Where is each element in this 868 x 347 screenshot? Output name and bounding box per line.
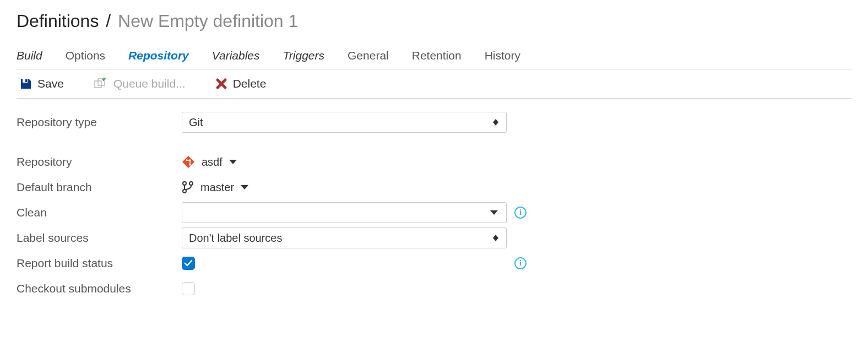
report-build-status-label: Report build status xyxy=(17,257,182,270)
repository-form: Repository type Git Repository xyxy=(17,99,851,301)
tab-triggers[interactable]: Triggers xyxy=(283,49,324,62)
tab-repository[interactable]: Repository xyxy=(128,49,189,62)
svg-point-14 xyxy=(183,189,186,193)
delete-icon xyxy=(215,78,227,90)
tab-variables[interactable]: Variables xyxy=(212,49,260,62)
svg-point-13 xyxy=(189,182,193,185)
repository-type-select[interactable]: Git xyxy=(182,112,507,133)
check-icon xyxy=(184,259,193,267)
save-button[interactable]: Save xyxy=(20,77,64,90)
save-button-label: Save xyxy=(37,77,64,90)
label-sources-value: Don't label sources xyxy=(189,232,492,245)
report-build-status-checkbox[interactable] xyxy=(182,257,195,270)
repository-picker[interactable]: asdf xyxy=(182,155,237,169)
caret-down-icon xyxy=(489,210,500,215)
tab-general[interactable]: General xyxy=(348,49,389,62)
delete-button[interactable]: Delete xyxy=(215,77,267,90)
updown-icon xyxy=(492,119,500,126)
default-branch-label: Default branch xyxy=(17,181,182,194)
clean-label: Clean xyxy=(17,206,182,219)
svg-rect-1 xyxy=(25,79,27,82)
updown-icon xyxy=(492,235,500,241)
tab-build[interactable]: Build xyxy=(17,49,42,62)
toolbar: Save Queue build... Delete xyxy=(17,69,851,99)
checkout-submodules-checkbox[interactable] xyxy=(182,282,195,295)
breadcrumb-separator: / xyxy=(104,11,113,31)
caret-down-icon xyxy=(241,185,248,189)
tabs: Build Options Repository Variables Trigg… xyxy=(17,49,851,69)
default-branch-value: master xyxy=(200,181,234,194)
repository-label: Repository xyxy=(17,155,182,169)
queue-build-button-label: Queue build... xyxy=(113,77,186,90)
delete-button-label: Delete xyxy=(233,77,267,90)
tab-history[interactable]: History xyxy=(485,49,520,62)
queue-icon xyxy=(94,78,108,90)
breadcrumb: Definitions / New Empty definition 1 xyxy=(17,11,851,31)
default-branch-picker[interactable]: master xyxy=(182,181,248,194)
tab-options[interactable]: Options xyxy=(66,49,105,62)
repository-value: asdf xyxy=(202,156,223,169)
branch-icon xyxy=(182,181,194,194)
queue-build-button: Queue build... xyxy=(94,77,186,90)
label-sources-select[interactable]: Don't label sources xyxy=(182,227,507,248)
repository-type-value: Git xyxy=(189,116,492,129)
repository-type-label: Repository type xyxy=(17,116,182,129)
breadcrumb-current: New Empty definition 1 xyxy=(118,11,298,31)
info-icon[interactable]: i xyxy=(514,257,527,269)
svg-point-12 xyxy=(183,182,186,185)
tab-retention[interactable]: Retention xyxy=(412,49,462,62)
breadcrumb-root[interactable]: Definitions xyxy=(17,11,99,31)
clean-select[interactable] xyxy=(182,202,507,223)
git-icon xyxy=(182,155,195,169)
checkout-submodules-label: Checkout submodules xyxy=(17,282,182,295)
label-sources-label: Label sources xyxy=(17,231,182,245)
info-icon[interactable]: i xyxy=(514,207,527,219)
caret-down-icon xyxy=(229,160,237,164)
save-icon xyxy=(20,78,32,90)
